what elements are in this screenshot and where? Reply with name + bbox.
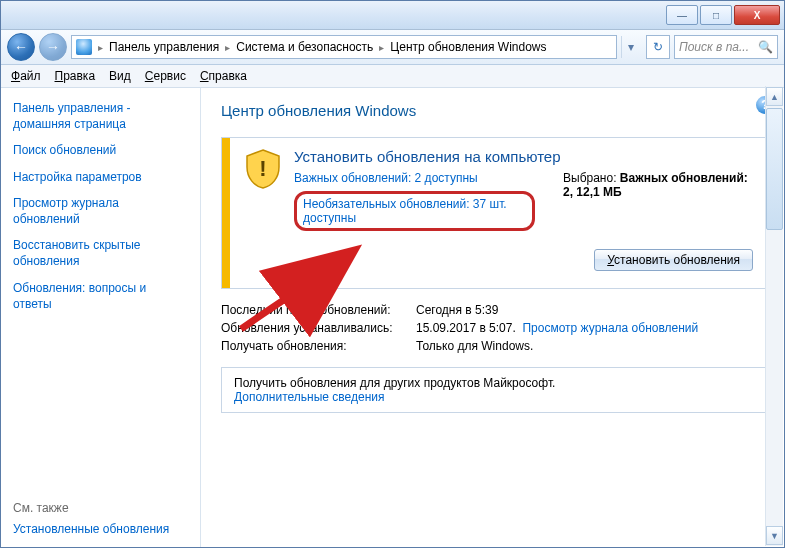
page-title: Центр обновления Windows xyxy=(221,102,768,119)
sidebar-item-faq[interactable]: Обновления: вопросы и ответы xyxy=(13,280,188,312)
breadcrumb[interactable]: Система и безопасность xyxy=(236,40,373,54)
forward-button[interactable]: → xyxy=(39,33,67,61)
vertical-scrollbar[interactable]: ▲ ▼ xyxy=(765,86,783,546)
scroll-up-button[interactable]: ▲ xyxy=(766,87,783,106)
menu-file[interactable]: Файл xyxy=(11,69,41,83)
other-products-text: Получить обновления для других продуктов… xyxy=(234,376,755,390)
address-history-dropdown[interactable]: ▾ xyxy=(621,36,640,58)
breadcrumb[interactable]: Панель управления xyxy=(109,40,219,54)
view-history-link[interactable]: Просмотр журнала обновлений xyxy=(522,321,698,335)
panel-heading: Установить обновления на компьютер xyxy=(294,148,753,165)
install-updates-button[interactable]: Установить обновления xyxy=(594,249,753,271)
breadcrumb-sep: ▸ xyxy=(377,42,386,53)
titlebar: — □ X xyxy=(1,1,784,30)
installed-value: 15.09.2017 в 5:07. xyxy=(416,321,516,335)
receive-value: Только для Windows. xyxy=(416,339,768,353)
breadcrumb-sep: ▸ xyxy=(223,42,232,53)
sidebar: Панель управления - домашняя страница По… xyxy=(1,88,201,547)
search-placeholder: Поиск в па... xyxy=(679,40,749,54)
sidebar-item-check[interactable]: Поиск обновлений xyxy=(13,142,188,158)
update-panel: ! Установить обновления на компьютер Важ… xyxy=(221,137,768,289)
menu-view[interactable]: Вид xyxy=(109,69,131,83)
optional-updates-highlight: Необязательных обновлений: 37 шт. доступ… xyxy=(294,191,535,231)
accent-bar xyxy=(222,138,230,288)
scroll-thumb[interactable] xyxy=(766,108,783,230)
window: — □ X ← → ▸ Панель управления ▸ Система … xyxy=(0,0,785,548)
shield-warning-icon: ! xyxy=(242,148,284,190)
other-products-panel: Получить обновления для других продуктов… xyxy=(221,367,768,413)
see-also-heading: См. также xyxy=(13,501,188,515)
back-button[interactable]: ← xyxy=(7,33,35,61)
selected-updates-info: Выбрано: Важных обновлений: 2, 12,1 МБ xyxy=(563,171,753,231)
sidebar-item-restore[interactable]: Восстановить скрытые обновления xyxy=(13,237,188,269)
last-check-label: Последний поиск обновлений: xyxy=(221,303,416,317)
main-content: ? Центр обновления Windows ! Установить … xyxy=(201,88,784,547)
receive-label: Получать обновления: xyxy=(221,339,416,353)
more-info-link[interactable]: Дополнительные сведения xyxy=(234,390,755,404)
svg-text:!: ! xyxy=(259,156,266,181)
scroll-down-button[interactable]: ▼ xyxy=(766,526,783,545)
installed-label: Обновления устанавливались: xyxy=(221,321,416,335)
optional-updates-link[interactable]: Необязательных обновлений: 37 шт. доступ… xyxy=(303,197,507,225)
body: Панель управления - домашняя страница По… xyxy=(1,88,784,547)
search-icon: 🔍 xyxy=(758,40,773,54)
sidebar-item-settings[interactable]: Настройка параметров xyxy=(13,169,188,185)
menu-tools[interactable]: Сервис xyxy=(145,69,186,83)
control-panel-icon xyxy=(76,39,92,55)
minimize-button[interactable]: — xyxy=(666,5,698,25)
refresh-button[interactable]: ↻ xyxy=(646,35,670,59)
important-updates-link[interactable]: Важных обновлений: 2 доступны xyxy=(294,171,535,185)
menu-help[interactable]: Справка xyxy=(200,69,247,83)
menubar: Файл Правка Вид Сервис Справка xyxy=(1,65,784,88)
breadcrumb[interactable]: Центр обновления Windows xyxy=(390,40,546,54)
breadcrumb-sep: ▸ xyxy=(96,42,105,53)
sidebar-item-home[interactable]: Панель управления - домашняя страница xyxy=(13,100,188,132)
menu-edit[interactable]: Правка xyxy=(55,69,96,83)
maximize-button[interactable]: □ xyxy=(700,5,732,25)
navigation-bar: ← → ▸ Панель управления ▸ Система и безо… xyxy=(1,30,784,65)
last-check-value: Сегодня в 5:39 xyxy=(416,303,768,317)
sidebar-item-history[interactable]: Просмотр журнала обновлений xyxy=(13,195,188,227)
close-button[interactable]: X xyxy=(734,5,780,25)
update-info-grid: Последний поиск обновлений: Сегодня в 5:… xyxy=(221,303,768,353)
search-input[interactable]: Поиск в па... 🔍 xyxy=(674,35,778,59)
sidebar-item-installed-updates[interactable]: Установленные обновления xyxy=(13,521,188,537)
address-bar[interactable]: ▸ Панель управления ▸ Система и безопасн… xyxy=(71,35,617,59)
